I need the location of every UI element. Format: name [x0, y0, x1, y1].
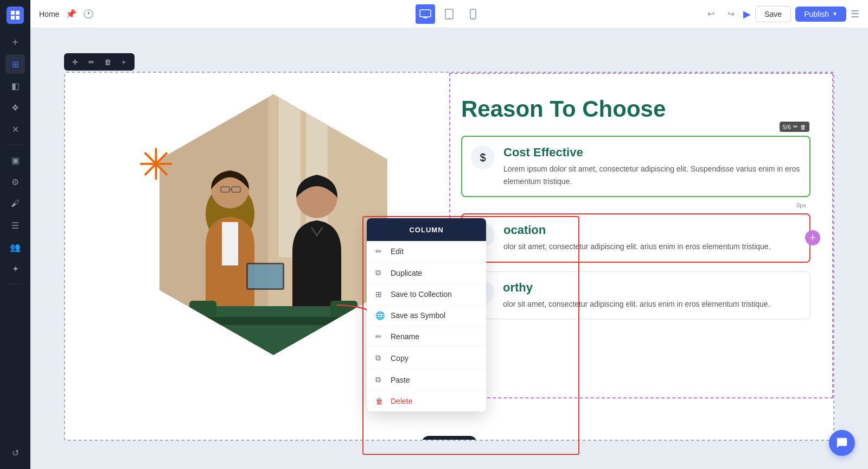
chat-button[interactable] — [829, 430, 855, 456]
sidebar-users-icon[interactable]: 👥 — [5, 237, 25, 257]
card-toolbar: 5/6 ✏ 🗑 — [780, 122, 809, 132]
svg-rect-2 — [11, 16, 15, 20]
feature-desc-1: Lorem ipsum dolor sit amet, consectetur … — [503, 163, 801, 187]
hex-image — [159, 94, 387, 355]
move-icon[interactable]: ✛ — [68, 55, 81, 68]
right-column: ✛ 1/2 ✏ 🗑 + Reason To Choose 5/6 ✏ 🗑 $ — [449, 73, 833, 398]
menu-item-delete-label: Delete — [391, 397, 412, 405]
menu-item-edit-label: Edit — [391, 247, 404, 256]
menu-item-copy-label: Copy — [391, 354, 409, 363]
dollar-icon: $ — [471, 145, 495, 169]
menu-item-paste[interactable]: ⧉ Paste — [367, 369, 486, 391]
sidebar-data-icon[interactable]: ☰ — [5, 216, 25, 235]
undo-btn[interactable]: ↩ — [703, 7, 719, 21]
feature-title-3: orthy — [503, 281, 770, 295]
spacing-indicator: 0px — [461, 201, 810, 209]
svg-rect-0 — [11, 11, 15, 15]
sidebar: + ⊞ ◧ ❖ ✕ ▣ ⚙ 🖌 ☰ 👥 ✦ ↺ — [0, 0, 30, 469]
feature-card-2: 📍 ocation olor sit amet, consectetur adi… — [461, 213, 810, 262]
device-switcher — [416, 4, 483, 24]
menu-item-delete[interactable]: 🗑 Delete — [367, 391, 486, 411]
menu-item-save-symbol[interactable]: 🌐 Save as Symbol — [367, 305, 486, 326]
tablet-btn[interactable] — [439, 4, 459, 24]
sidebar-media-icon[interactable]: ▣ — [5, 150, 25, 170]
feature-title-2: ocation — [503, 223, 771, 237]
rename-icon: ✏ — [375, 332, 384, 341]
svg-rect-22 — [248, 264, 283, 288]
canvas-area: ✛ ✏ 🗑 + ✛ ✏ 🗑 + ✳ — [30, 28, 868, 469]
sidebar-refresh-icon[interactable]: ↺ — [5, 443, 25, 462]
feature-card-3: ★ orthy olor sit amet, consectetur adipi… — [461, 271, 810, 319]
card-count: 5/6 — [783, 124, 791, 130]
mobile-btn[interactable] — [463, 4, 483, 24]
feature-desc-3: olor sit amet, consectetur adipiscing el… — [503, 298, 770, 310]
delete-icon[interactable]: 🗑 — [101, 55, 114, 68]
sidebar-brush-icon[interactable]: 🖌 — [5, 194, 25, 213]
svg-rect-3 — [16, 16, 20, 20]
svg-rect-4 — [420, 10, 431, 17]
hex-image-container: ✳ — [127, 94, 387, 377]
sidebar-layers-icon[interactable]: ◧ — [5, 76, 25, 96]
feature-content-3: orthy olor sit amet, consectetur adipisc… — [503, 281, 770, 310]
svg-point-9 — [473, 17, 474, 18]
section-title: Reason To Choose — [461, 96, 810, 123]
context-menu: COLUMN ✏ Edit ⧉ Duplicate ⊞ Save to Coll… — [367, 218, 486, 411]
pin-icon[interactable]: 📌 — [66, 9, 76, 19]
feature-content-1: Cost Effective Lorem ipsum dolor sit ame… — [503, 145, 801, 187]
feature-title-1: Cost Effective — [503, 145, 801, 160]
menu-item-rename[interactable]: ✏ Rename — [367, 326, 486, 347]
menu-item-save-collection-label: Save to Collection — [391, 290, 452, 299]
edit-icon[interactable]: ✏ — [85, 55, 98, 68]
hamburger-menu-btn[interactable]: ☰ — [851, 8, 859, 20]
context-menu-header: COLUMN — [367, 218, 486, 241]
menu-item-duplicate[interactable]: ⧉ Duplicate — [367, 262, 486, 284]
card-delete-icon[interactable]: 🗑 — [800, 124, 806, 130]
sidebar-add-icon[interactable]: + — [5, 33, 25, 52]
collection-icon: ⊞ — [375, 290, 384, 299]
svg-rect-25 — [330, 301, 358, 317]
save-btn[interactable]: Save — [755, 6, 791, 22]
app-logo[interactable] — [7, 7, 24, 24]
menu-item-save-symbol-label: Save as Symbol — [391, 311, 445, 320]
chevron-down-icon: ▼ — [832, 11, 838, 17]
duplicate-icon: ⧉ — [375, 268, 384, 277]
menu-item-save-collection[interactable]: ⊞ Save to Collection — [367, 284, 486, 305]
delete-icon: 🗑 — [375, 397, 384, 405]
svg-point-7 — [449, 17, 450, 18]
section-toolbar: ✛ ✏ 🗑 + — [64, 53, 135, 71]
sidebar-settings-icon[interactable]: ⚙ — [5, 172, 25, 192]
menu-item-duplicate-label: Duplicate — [391, 269, 422, 277]
menu-item-paste-label: Paste — [391, 376, 410, 384]
menu-item-edit[interactable]: ✏ Edit — [367, 241, 486, 262]
card-edit-icon[interactable]: ✏ — [793, 123, 798, 130]
sidebar-components-icon[interactable]: ❖ — [5, 98, 25, 117]
sidebar-divider-2 — [7, 284, 24, 284]
svg-rect-19 — [222, 222, 238, 265]
sidebar-plugins-icon[interactable]: ✦ — [5, 259, 25, 278]
topbar-left: Home 📌 🕐 — [39, 9, 416, 19]
desktop-btn[interactable] — [416, 4, 435, 24]
topbar-right: ↩ ↪ ▶ Save Publish ▼ ☰ — [483, 6, 859, 22]
history-icon[interactable]: 🕐 — [83, 9, 94, 19]
publish-btn[interactable]: Publish ▼ — [795, 7, 846, 22]
context-menu-title: COLUMN — [409, 226, 443, 234]
hex-image-inner — [159, 94, 387, 355]
edit-icon: ✏ — [375, 247, 384, 256]
home-label[interactable]: Home — [39, 10, 59, 18]
paste-icon: ⧉ — [375, 375, 384, 384]
sidebar-divider — [7, 144, 24, 145]
sidebar-grid-icon[interactable]: ⊞ — [5, 54, 25, 74]
sidebar-integrations-icon[interactable]: ✕ — [5, 119, 25, 139]
play-btn[interactable]: ▶ — [743, 8, 751, 20]
add-new-btn[interactable]: ↩ Add New — [422, 436, 477, 441]
redo-btn[interactable]: ↪ — [723, 7, 739, 21]
add-col-btn[interactable]: + — [805, 230, 820, 245]
copy-icon: ⧉ — [375, 353, 384, 363]
svg-rect-1 — [16, 11, 20, 15]
svg-rect-26 — [189, 317, 358, 325]
menu-item-copy[interactable]: ⧉ Copy — [367, 347, 486, 369]
feature-content-2: ocation olor sit amet, consectetur adipi… — [503, 223, 771, 252]
add-new-label: Add New — [439, 439, 468, 441]
svg-rect-24 — [189, 301, 216, 317]
add-icon[interactable]: + — [117, 55, 130, 68]
